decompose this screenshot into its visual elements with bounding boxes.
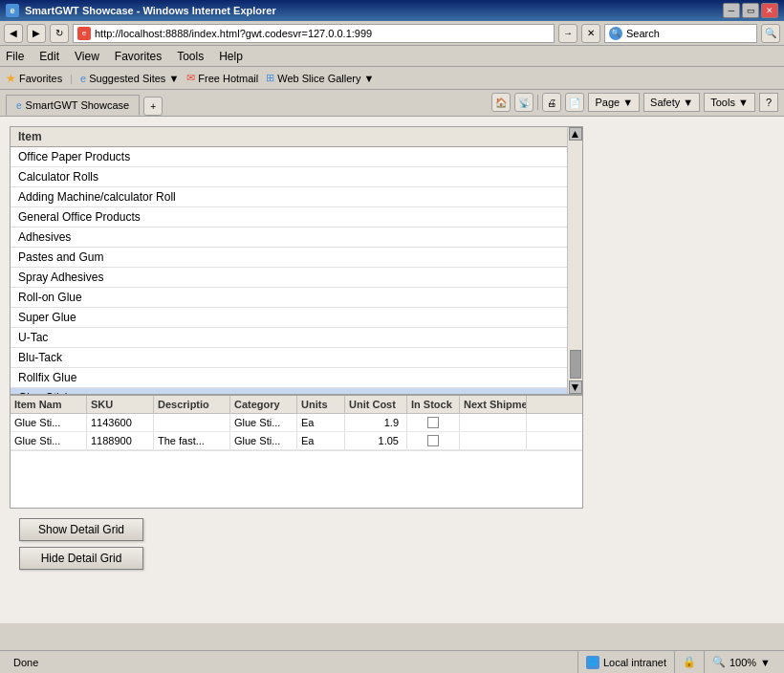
tab-smartgwt[interactable]: e SmartGWT Showcase	[6, 95, 140, 116]
tab-bar: e SmartGWT Showcase + 🏠 📡 🖨 📄 Page ▼ Saf…	[0, 90, 784, 117]
stop-button[interactable]: ✕	[581, 24, 600, 43]
scroll-track	[568, 141, 582, 350]
address-bar: ◀ ▶ ↻ e http://localhost:8888/index.html…	[0, 21, 784, 46]
web-slice-label: Web Slice Gallery ▼	[277, 73, 374, 84]
scroll-down-button[interactable]: ▼	[569, 380, 582, 394]
list-item[interactable]: Rollfix Glue	[11, 368, 567, 388]
url-text: http://localhost:8888/index.html?gwt.cod…	[95, 28, 372, 39]
list-item[interactable]: Calculator Rolls	[11, 167, 567, 187]
list-section: Item Office Paper Products Calculator Ro…	[11, 127, 582, 394]
go-button[interactable]: →	[558, 24, 577, 43]
detail-grid-row[interactable]: Glue Sti... 1188900 The fast... Glue Sti…	[11, 432, 582, 450]
scroll-thumb[interactable]	[570, 350, 581, 379]
col-header-units: Units	[297, 396, 345, 413]
web-slice-icon: ⊞	[266, 72, 274, 84]
cell-description: The fast...	[154, 432, 230, 449]
safety-menu[interactable]: Safety ▼	[643, 93, 700, 112]
list-item[interactable]: Office Paper Products	[11, 147, 567, 167]
security-section: 🌐 Local intranet	[578, 651, 675, 673]
zoom-icon: 🔍	[712, 656, 726, 668]
zoom-dropdown-icon[interactable]: ▼	[760, 657, 771, 668]
show-detail-grid-button[interactable]: Show Detail Grid	[19, 518, 143, 541]
page-button[interactable]: 📄	[565, 93, 584, 112]
cell-units: Ea	[297, 432, 345, 449]
title-bar: e SmartGWT Showcase - Windows Internet E…	[0, 0, 784, 21]
detail-grid: Item Nam SKU Descriptio Category Units U…	[11, 394, 582, 508]
cell-item-name: Glue Sti...	[11, 414, 87, 431]
back-button[interactable]: ◀	[4, 24, 23, 43]
menu-file[interactable]: File	[6, 50, 24, 63]
search-box[interactable]: 🔍 Search	[604, 24, 757, 43]
scroll-up-button[interactable]: ▲	[569, 127, 582, 141]
menu-help[interactable]: Help	[219, 50, 243, 63]
list-item-selected[interactable]: Glue Sticks	[11, 388, 567, 394]
cell-in-stock	[407, 414, 460, 431]
list-item[interactable]: Pastes and Gum	[11, 248, 567, 268]
security-lock-section: 🔒	[675, 651, 705, 673]
in-stock-checkbox[interactable]	[427, 435, 439, 446]
restore-button[interactable]: ▭	[742, 3, 759, 18]
list-item[interactable]: U-Tac	[11, 328, 567, 348]
status-text: Done	[13, 657, 38, 668]
cell-units: Ea	[297, 414, 345, 431]
hide-detail-grid-button[interactable]: Hide Detail Grid	[19, 547, 143, 570]
col-header-description: Descriptio	[154, 396, 230, 413]
tab-icon: e	[16, 100, 22, 111]
suggested-sites-item[interactable]: e Suggested Sites ▼	[80, 73, 179, 84]
favorites-star-icon: ★	[6, 72, 16, 85]
lock-icon: 🔒	[683, 656, 696, 668]
help-button[interactable]: ?	[759, 93, 778, 112]
minimize-button[interactable]: ─	[723, 3, 740, 18]
main-grid-container: Item Office Paper Products Calculator Ro…	[10, 126, 583, 509]
search-icon: 🔍	[609, 27, 622, 40]
free-hotmail-item[interactable]: ✉ Free Hotmail	[186, 72, 258, 84]
rss-button[interactable]: 📡	[514, 93, 534, 112]
search-go-button[interactable]: 🔍	[761, 24, 780, 43]
cell-in-stock	[407, 432, 460, 449]
in-stock-checkbox[interactable]	[427, 417, 439, 428]
list-item[interactable]: Super Glue	[11, 308, 567, 328]
zoom-section: 🔍 100% ▼	[705, 651, 778, 673]
list-item[interactable]: Spray Adhesives	[11, 268, 567, 288]
home-button[interactable]: 🏠	[491, 93, 511, 112]
menu-favorites[interactable]: Favorites	[115, 50, 162, 63]
close-button[interactable]: ✕	[761, 3, 778, 18]
page-menu[interactable]: Page ▼	[588, 93, 640, 112]
tools-menu[interactable]: Tools ▼	[704, 93, 755, 112]
scrollbar[interactable]: ▲ ▼	[567, 127, 582, 394]
list-item[interactable]: Adhesives	[11, 228, 567, 248]
favorites-item[interactable]: ★ Favorites	[6, 72, 62, 85]
forward-button[interactable]: ▶	[27, 24, 46, 43]
hotmail-icon: ✉	[186, 72, 195, 84]
list-header: Item	[11, 127, 582, 147]
cell-category: Glue Sti...	[230, 414, 297, 431]
menu-tools[interactable]: Tools	[177, 50, 204, 63]
detail-grid-header: Item Nam SKU Descriptio Category Units U…	[11, 396, 582, 414]
cell-next-shipment	[460, 414, 527, 431]
cell-description	[154, 414, 230, 431]
status-bar: Done 🌐 Local intranet 🔒 🔍 100% ▼	[0, 650, 784, 673]
detail-grid-empty-area	[11, 450, 582, 508]
list-item[interactable]: Blu-Tack	[11, 348, 567, 368]
address-field[interactable]: e http://localhost:8888/index.html?gwt.c…	[73, 24, 555, 43]
cell-sku: 1143600	[87, 414, 154, 431]
new-tab-button[interactable]: +	[143, 97, 163, 116]
menu-view[interactable]: View	[75, 50, 99, 63]
refresh-button[interactable]: ↻	[50, 24, 69, 43]
list-item[interactable]: General Office Products	[11, 207, 567, 228]
list-item[interactable]: Adding Machine/calculator Roll	[11, 187, 567, 207]
menu-bar: File Edit View Favorites Tools Help	[0, 46, 784, 67]
main-list[interactable]: Office Paper Products Calculator Rolls A…	[11, 147, 582, 394]
ie-icon: e	[6, 4, 19, 17]
web-slice-item[interactable]: ⊞ Web Slice Gallery ▼	[266, 72, 374, 84]
menu-edit[interactable]: Edit	[39, 50, 59, 63]
print-button[interactable]: 🖨	[542, 93, 561, 112]
col-header-sku: SKU	[87, 396, 154, 413]
list-item[interactable]: Roll-on Glue	[11, 288, 567, 308]
detail-grid-row[interactable]: Glue Sti... 1143600 Glue Sti... Ea 1.9	[11, 414, 582, 432]
title-bar-controls: ─ ▭ ✕	[723, 3, 778, 18]
favorites-bar: ★ Favorites | e Suggested Sites ▼ ✉ Free…	[0, 67, 784, 90]
button-area: Show Detail Grid Hide Detail Grid	[10, 509, 774, 579]
cell-item-name: Glue Sti...	[11, 432, 87, 449]
content-area: Item Office Paper Products Calculator Ro…	[0, 117, 784, 623]
